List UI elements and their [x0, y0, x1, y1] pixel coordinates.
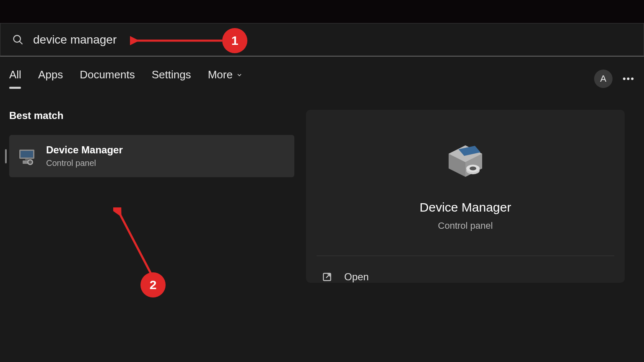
annotation-arrow-2	[113, 207, 164, 279]
search-icon	[12, 34, 24, 46]
result-subtitle: Control panel	[46, 158, 123, 168]
search-filter-tabs: All Apps Documents Settings More A •••	[0, 57, 644, 89]
svg-line-1	[20, 41, 23, 44]
svg-point-14	[470, 167, 476, 171]
tab-more[interactable]: More	[208, 68, 243, 89]
result-device-manager[interactable]: Device Manager Control panel	[9, 135, 294, 177]
open-external-icon	[322, 272, 332, 282]
search-bar[interactable]	[0, 23, 644, 57]
detail-subtitle: Control panel	[438, 220, 493, 231]
result-title: Device Manager	[46, 144, 123, 156]
best-match-header: Best match	[9, 110, 293, 122]
svg-rect-3	[21, 151, 33, 158]
detail-title: Device Manager	[420, 200, 511, 215]
top-strip	[0, 0, 644, 23]
tab-settings[interactable]: Settings	[152, 68, 191, 89]
svg-point-0	[14, 35, 21, 42]
svg-point-7	[29, 160, 32, 164]
user-avatar[interactable]: A	[594, 70, 613, 88]
more-options-button[interactable]: •••	[623, 73, 635, 84]
svg-line-19	[119, 213, 151, 274]
detail-pane: Device Manager Control panel Open	[306, 110, 625, 283]
annotation-marker-2: 2	[140, 272, 166, 297]
device-manager-icon	[17, 146, 37, 166]
open-action[interactable]: Open	[317, 271, 614, 283]
annotation-arrow-1	[130, 34, 226, 47]
open-label: Open	[344, 271, 369, 283]
tab-documents[interactable]: Documents	[80, 68, 135, 89]
chevron-down-icon	[236, 72, 243, 78]
annotation-marker-1: 1	[222, 28, 247, 53]
tab-all[interactable]: All	[9, 68, 21, 89]
device-manager-large-icon	[440, 139, 491, 185]
tab-more-label: More	[208, 68, 233, 81]
divider	[317, 256, 614, 256]
tab-apps[interactable]: Apps	[38, 68, 63, 89]
